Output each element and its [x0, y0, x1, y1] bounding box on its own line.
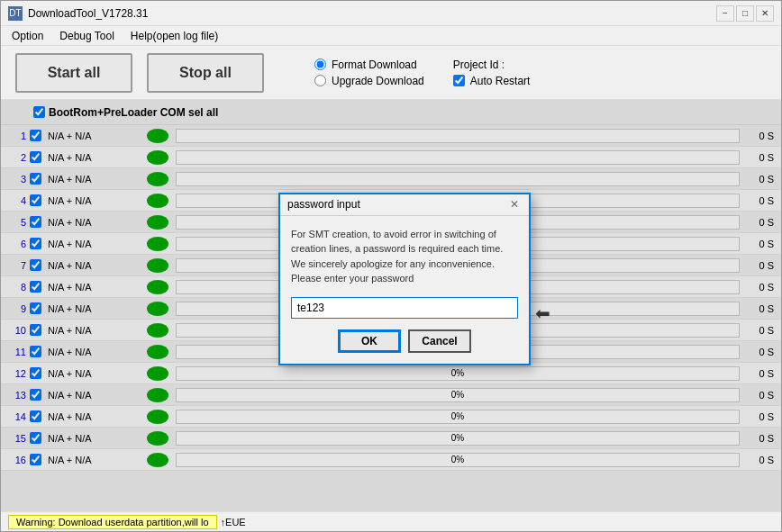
modal-message: For SMT creation, to avoid error in swit…	[291, 227, 518, 286]
upgrade-download-radio[interactable]: Upgrade Download	[314, 75, 424, 87]
main-window: DT DownloadTool_V1728.31 − □ ✕ Option De…	[0, 0, 782, 532]
main-content: BootRom+PreLoader COM sel all 1 N/A + N/…	[1, 100, 781, 511]
password-input[interactable]	[291, 297, 518, 319]
auto-restart-input[interactable]	[453, 75, 465, 86]
minimize-button[interactable]: −	[716, 5, 734, 22]
toolbar: Start all Stop all Format Download Upgra…	[1, 46, 781, 100]
menubar: Option Debug Tool Help(open log file)	[1, 26, 781, 46]
status-right: ↑EUE	[221, 517, 246, 527]
modal-overlay: password input ✕ For SMT creation, to av…	[1, 100, 781, 511]
stop-all-button[interactable]: Stop all	[147, 53, 264, 93]
modal-body: For SMT creation, to avoid error in swit…	[280, 216, 529, 364]
titlebar: DT DownloadTool_V1728.31 − □ ✕	[1, 1, 781, 26]
password-modal: password input ✕ For SMT creation, to av…	[278, 193, 531, 365]
ok-button[interactable]: OK	[338, 329, 401, 353]
format-download-radio-input[interactable]	[314, 59, 326, 70]
upgrade-download-radio-input[interactable]	[314, 75, 326, 86]
auto-restart-label: Auto Restart	[470, 75, 531, 87]
menu-option[interactable]: Option	[5, 28, 50, 44]
menu-debug-tool[interactable]: Debug Tool	[52, 28, 122, 44]
close-button[interactable]: ✕	[756, 5, 774, 22]
titlebar-buttons: − □ ✕	[716, 5, 774, 22]
auto-restart-checkbox[interactable]: Auto Restart	[453, 75, 531, 87]
app-icon: DT	[8, 6, 23, 21]
menu-help[interactable]: Help(open log file)	[123, 28, 225, 44]
cancel-button[interactable]: Cancel	[408, 329, 471, 353]
modal-title: password input	[287, 198, 360, 211]
modal-titlebar: password input ✕	[280, 194, 529, 216]
modal-buttons: OK Cancel	[291, 329, 518, 353]
status-warning: Warning: Download userdata partition,wil…	[8, 515, 217, 529]
window-title: DownloadTool_V1728.31	[28, 7, 148, 20]
start-all-button[interactable]: Start all	[15, 53, 132, 93]
upgrade-download-label: Upgrade Download	[332, 75, 424, 87]
project-id-label: Project Id :	[453, 59, 505, 71]
password-input-container: ⬅	[291, 297, 518, 329]
project-info: Project Id : Auto Restart	[453, 59, 531, 87]
statusbar: Warning: Download userdata partition,wil…	[1, 511, 781, 531]
format-download-radio[interactable]: Format Download	[314, 59, 424, 71]
modal-close-button[interactable]: ✕	[507, 197, 522, 212]
maximize-button[interactable]: □	[736, 5, 754, 22]
format-download-label: Format Download	[332, 59, 417, 71]
arrow-annotation: ⬅	[535, 302, 550, 324]
titlebar-left: DT DownloadTool_V1728.31	[8, 6, 148, 21]
